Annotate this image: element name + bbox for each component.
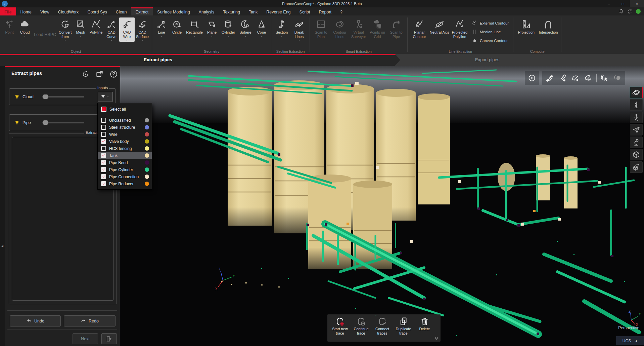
ribbon-button-circle[interactable]: Circle [169, 17, 185, 38]
menu-tab-tank[interactable]: Tank [244, 7, 262, 15]
panel-collapse-arrow[interactable]: ◄ [1, 244, 4, 248]
projection-mode-label[interactable]: Perspective [618, 325, 639, 330]
checkbox-checked[interactable] [101, 153, 106, 158]
ribbon-button-intersection[interactable]: Intersection [537, 17, 559, 35]
checkbox-unchecked[interactable] [101, 125, 106, 130]
menu-tab-file[interactable]: File [0, 7, 16, 15]
menu-tab-help[interactable]: ? [336, 7, 347, 15]
ribbon-button-neutral-axis[interactable]: Neutral Axis [429, 17, 450, 43]
exit-workflow-button[interactable] [101, 333, 117, 344]
ribbon-button-convex-contour[interactable]: Convex Contour [472, 38, 509, 43]
more-options-chevron-icon[interactable] [434, 336, 439, 341]
ribbon-button-cylinder[interactable]: Cylinder [220, 17, 237, 38]
menu-tab-cloudworx[interactable]: CloudWorx [54, 7, 83, 15]
ribbon-button-section[interactable]: Section [273, 17, 290, 42]
dropdown-item-hcs-fencing[interactable]: HCS fencing [98, 145, 152, 152]
duplicate-trace-button[interactable]: Duplicate trace [393, 316, 414, 336]
class-filter-button[interactable] [98, 92, 113, 102]
close-button[interactable]: × [630, 0, 644, 7]
visibility-bulb-icon[interactable] [14, 120, 20, 126]
cloud-opacity-slider[interactable] [42, 96, 84, 98]
ribbon-button-cloud[interactable]: Cloud [17, 17, 33, 42]
walkthrough-button[interactable] [630, 112, 643, 123]
dropdown-item-wire[interactable]: Wire [98, 131, 152, 138]
reset-icon[interactable] [81, 70, 90, 78]
ribbon-button-external-contour[interactable]: External Contour [472, 20, 509, 26]
dropdown-item-steel-structure[interactable]: Steel structure [98, 124, 152, 131]
ribbon-button-point[interactable]: Point [2, 17, 17, 42]
3d-viewport[interactable]: Z Y X [120, 66, 644, 346]
ribbon-button-sphere[interactable]: Sphere [237, 17, 254, 38]
start-new-trace-button[interactable]: Start new trace [329, 316, 351, 336]
detach-window-icon[interactable] [95, 70, 104, 78]
dropdown-item-pipe-cylinder[interactable]: Pipe Cylinder [98, 166, 152, 173]
maximize-button[interactable]: □ [616, 0, 630, 7]
checkbox-unchecked[interactable] [101, 132, 106, 137]
workflow-stage-export-pipes[interactable]: Export pipes [475, 57, 499, 62]
ribbon-button-planar-contour[interactable]: Planar Contour [409, 17, 429, 43]
dropdown-item-select-all[interactable]: Select all [98, 105, 152, 114]
ribbon-button-cad-curve[interactable]: CAD Curve [104, 17, 119, 42]
ribbon-button-cone[interactable]: Cone [254, 17, 269, 38]
lighting-button[interactable] [630, 137, 643, 148]
menu-tab-analysis[interactable]: Analysis [194, 7, 219, 15]
checkbox-checked[interactable] [101, 174, 106, 179]
ribbon-button-scan-to-plan[interactable]: Scan to Plan [312, 17, 330, 39]
ribbon-button-polyline[interactable]: Polyline [88, 17, 104, 42]
ribbon-button-mesh[interactable]: Mesh [73, 17, 88, 42]
dropdown-item-valve-body[interactable]: Valve body [98, 138, 152, 145]
undo-button[interactable]: Undo [10, 315, 61, 326]
menu-tab-texturing[interactable]: Texturing [219, 7, 244, 15]
ribbon-button-break-lines[interactable]: Break Lines [290, 17, 308, 42]
menu-tab-clean[interactable]: Clean [111, 7, 131, 15]
pick-selection-button[interactable] [599, 72, 610, 84]
ribbon-button-scan-to-pipe[interactable]: Scan to Pipe [387, 17, 406, 39]
checkbox-checked[interactable] [101, 139, 106, 144]
connect-traces-button[interactable]: Connect traces [372, 316, 393, 336]
pick-previous-button[interactable] [612, 72, 623, 84]
menu-tab-extract[interactable]: Extract [131, 7, 153, 15]
cube-align-button[interactable] [630, 161, 643, 173]
sync-icon[interactable] [627, 9, 633, 14]
menu-tab-coordsys[interactable]: Coord Sys [83, 7, 111, 15]
dropdown-item-tank[interactable]: Tank [98, 152, 152, 159]
help-icon[interactable] [109, 70, 118, 78]
ribbon-button-projected-polyline[interactable]: Projected Polyline [450, 17, 470, 43]
dropdown-item-unclassified[interactable]: Unclassified [98, 117, 152, 124]
ribbon-button-cad-surface[interactable]: CAD Surface [135, 17, 150, 42]
slider-handle[interactable] [43, 94, 48, 99]
notifications-bell-icon[interactable] [618, 9, 624, 14]
workflow-stage-extract-pipes[interactable]: Extract pipes [0, 54, 400, 66]
menu-tab-view[interactable]: View [36, 7, 54, 15]
ribbon-button-rectangle[interactable]: Rectangle [185, 17, 204, 38]
checkbox-checked[interactable] [101, 160, 106, 165]
ribbon-button-plane[interactable]: Plane [204, 17, 220, 38]
point-cloud-scene[interactable] [120, 66, 644, 346]
ribbon-button-virtual-surveyor[interactable]: Virtual Surveyor [349, 17, 368, 39]
ribbon-button-cad-wire[interactable]: CAD Wire [119, 17, 135, 42]
menu-tab-home[interactable]: Home [16, 7, 36, 15]
dropdown-item-pipe-bend[interactable]: Pipe Bend [98, 159, 152, 166]
dropdown-item-pipe-reducer[interactable]: Pipe Reducer [98, 180, 152, 187]
ribbon-button-contour-lines[interactable]: Contour Lines [330, 17, 349, 39]
menu-tab-reverse-eng[interactable]: Reverse Eng [262, 7, 295, 15]
delete-trace-button[interactable]: Delete [414, 316, 435, 331]
minimize-button[interactable]: – [602, 0, 616, 7]
angle-measure-button[interactable] [570, 72, 581, 84]
select-all-checkbox[interactable] [101, 107, 106, 112]
add-measure-button[interactable] [544, 72, 556, 84]
center-view-button[interactable] [526, 72, 538, 84]
fly-mode-button[interactable] [630, 124, 643, 136]
slider-handle[interactable] [43, 120, 48, 125]
menu-tab-report[interactable]: Report [315, 7, 336, 15]
ribbon-button-convert-from[interactable]: Convert from [57, 17, 73, 42]
angle-polyline-button[interactable] [583, 72, 594, 84]
visibility-bulb-icon[interactable] [14, 94, 20, 100]
clear-measure-button[interactable] [557, 72, 568, 84]
checkbox-unchecked[interactable] [101, 146, 106, 151]
orbit-view-button[interactable] [630, 87, 643, 98]
menu-tab-surface-modeling[interactable]: Surface Modeling [153, 7, 194, 15]
redo-button[interactable]: Redo [64, 315, 116, 326]
ribbon-button-points-on-grid[interactable]: Points on Grid [368, 17, 387, 39]
ribbon-button-load-hspc[interactable]: Load HSPC [33, 17, 57, 42]
